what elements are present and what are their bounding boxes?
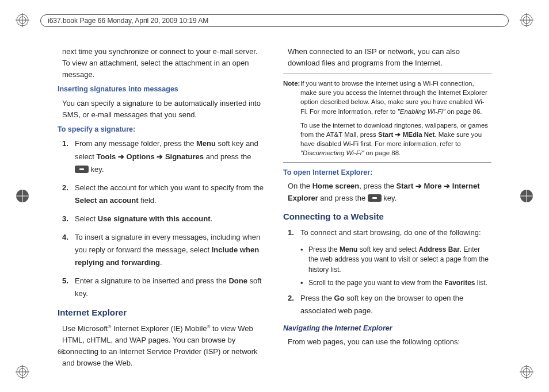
ok-key-icon [368, 194, 382, 202]
divider [283, 162, 491, 163]
left-column: next time you synchronize or connect to … [58, 46, 266, 363]
right-intro: When connected to an ISP or network, you… [283, 46, 491, 69]
step-1: 1. From any message folder, press the Me… [75, 137, 266, 175]
heading-specify-signature: To specify a signature: [58, 124, 266, 135]
right-column: When connected to an ISP or network, you… [283, 46, 491, 363]
page-number: 66 [58, 348, 64, 355]
heading-navigating-ie: Navigating the Internet Explorer [283, 323, 491, 334]
heading-connecting-website: Connecting to a Website [283, 210, 491, 223]
note-block-1: Note: If you want to browse the internet… [283, 79, 491, 116]
open-ie-steps: On the Home screen, press the Start ➔ Mo… [283, 180, 491, 203]
registration-mark-icon [15, 364, 30, 379]
ok-key-icon [75, 166, 89, 173]
ie-desc: Use Microsoft® Internet Explorer (IE) Mo… [58, 323, 266, 370]
registration-mark-icon [15, 189, 30, 203]
doc-header-bar: i637.book Page 66 Monday, April 20, 2009… [40, 14, 509, 27]
registration-mark-icon [519, 13, 534, 28]
step-2: 2. Select the account for which you want… [75, 182, 266, 207]
signature-steps: 1. From any message folder, press the Me… [58, 137, 266, 300]
nav-desc: From web pages, you can use the followin… [283, 336, 491, 348]
registration-mark-icon [519, 189, 534, 203]
heading-internet-explorer: Internet Explorer [58, 306, 266, 319]
registration-mark-icon [15, 13, 30, 28]
bullet-favorites: Scroll to the page you want to view from… [308, 278, 491, 288]
bullet-address-bar: Press the Menu soft key and select Addre… [308, 245, 491, 275]
heading-open-ie: To open Internet Explorer: [283, 167, 491, 178]
doc-header-text: i637.book Page 66 Monday, April 20, 2009… [48, 17, 208, 25]
sig-desc: You can specify a signature to be automa… [58, 98, 266, 121]
note-block-2: To use the internet to download ringtone… [283, 121, 491, 157]
page-content: next time you synchronize or connect to … [58, 46, 491, 363]
connect-bullets: Press the Menu soft key and select Addre… [283, 245, 491, 289]
step-5: 5. Enter a signature to be inserted and … [75, 275, 266, 300]
registration-mark-icon [519, 364, 534, 379]
connect-step-1: 1. To connect and start browsing, do one… [300, 226, 491, 239]
connect-step-2: 2. Press the Go soft key on the browser … [300, 292, 491, 317]
intro-text: next time you synchronize or connect to … [58, 46, 266, 80]
divider [283, 74, 491, 74]
connect-steps-2: 2. Press the Go soft key on the browser … [283, 292, 491, 317]
heading-inserting-signatures: Inserting signatures into messages [58, 84, 266, 95]
step-4: 4. To insert a signature in every messag… [75, 231, 266, 269]
step-3: 3. Select Use signature with this accoun… [75, 213, 266, 225]
connect-steps: 1. To connect and start browsing, do one… [283, 226, 491, 239]
